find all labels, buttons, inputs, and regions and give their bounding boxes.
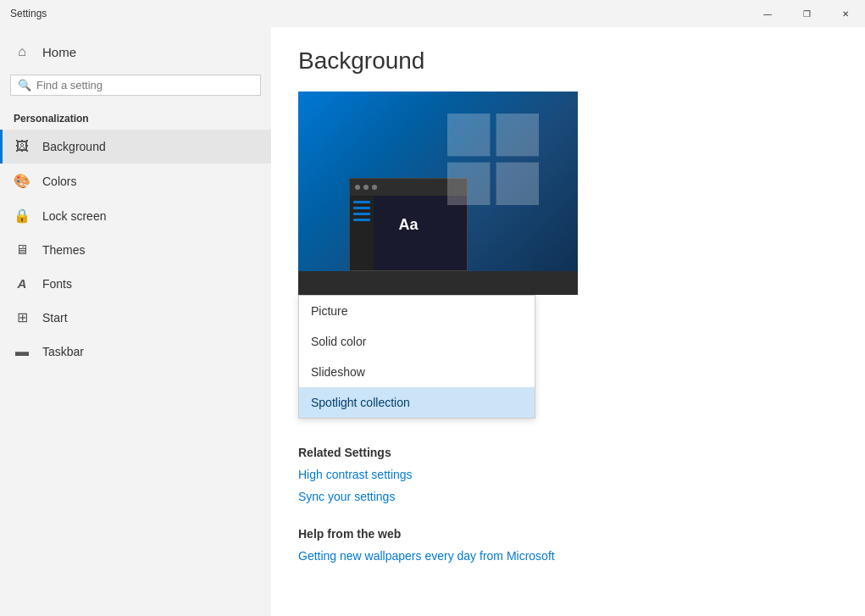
sidebar-item-colors[interactable]: 🎨 Colors xyxy=(0,164,271,198)
close-button[interactable]: ✕ xyxy=(826,0,865,27)
sidebar-item-label: Start xyxy=(42,311,68,325)
lock-screen-icon: 🔒 xyxy=(14,208,30,224)
search-icon: 🔍 xyxy=(18,79,31,92)
window-controls: — ❐ ✕ xyxy=(748,0,865,27)
preview-line xyxy=(353,201,370,203)
sidebar-item-label: Themes xyxy=(42,243,86,257)
sidebar: ⌂ Home 🔍 Personalization 🖼 Background 🎨 … xyxy=(0,27,271,616)
new-wallpapers-link[interactable]: Getting new wallpapers every day from Mi… xyxy=(298,549,838,563)
app-body: ⌂ Home 🔍 Personalization 🖼 Background 🎨 … xyxy=(0,27,865,616)
colors-icon: 🎨 xyxy=(14,173,30,189)
sidebar-item-background[interactable]: 🖼 Background xyxy=(0,130,271,164)
related-settings-title: Related Settings xyxy=(298,446,838,459)
background-type-dropdown: Picture Solid color Slideshow Spotlight … xyxy=(298,295,535,419)
preview-line xyxy=(353,219,370,221)
sidebar-item-lock-screen[interactable]: 🔒 Lock screen xyxy=(0,198,271,233)
dropdown-item-picture[interactable]: Picture xyxy=(299,296,535,326)
sidebar-item-label: Taskbar xyxy=(42,345,84,358)
home-label: Home xyxy=(42,45,76,59)
svg-rect-1 xyxy=(496,114,539,156)
content-area: Background Aa xyxy=(271,27,865,616)
help-title: Help from the web xyxy=(298,527,838,541)
preview-aa-text: Aa xyxy=(398,216,418,234)
sidebar-section-label: Personalization xyxy=(0,106,271,130)
fonts-icon: A xyxy=(14,276,30,291)
preview-sidebar xyxy=(350,196,374,270)
dropdown-item-solid-color[interactable]: Solid color xyxy=(299,326,535,357)
page-title: Background xyxy=(298,47,838,75)
preview-taskbar xyxy=(298,271,578,295)
themes-icon: 🖥 xyxy=(14,242,30,258)
preview-line xyxy=(353,207,370,209)
background-icon: 🖼 xyxy=(14,139,30,154)
search-box: 🔍 xyxy=(10,75,261,96)
sidebar-item-taskbar[interactable]: ▬ Taskbar xyxy=(0,335,271,369)
start-icon: ⊞ xyxy=(14,309,30,325)
svg-rect-0 xyxy=(447,114,490,156)
dropdown-item-spotlight[interactable]: Spotlight collection xyxy=(299,387,535,418)
sidebar-item-label: Background xyxy=(42,140,106,153)
taskbar-icon: ▬ xyxy=(14,344,30,359)
svg-rect-2 xyxy=(447,163,490,205)
high-contrast-link[interactable]: High contrast settings xyxy=(298,468,838,481)
search-input[interactable] xyxy=(36,79,253,92)
sidebar-item-home[interactable]: ⌂ Home xyxy=(0,34,271,69)
dropdown-menu: Picture Solid color Slideshow Spotlight … xyxy=(298,295,535,419)
app-title: Settings xyxy=(10,8,47,19)
sidebar-item-label: Fonts xyxy=(42,277,72,291)
minimize-button[interactable]: — xyxy=(748,0,787,27)
preview-line xyxy=(353,213,370,215)
sidebar-item-themes[interactable]: 🖥 Themes xyxy=(0,233,271,267)
title-bar: Settings — ❐ ✕ xyxy=(0,0,865,27)
dropdown-item-slideshow[interactable]: Slideshow xyxy=(299,357,535,387)
background-preview: Aa xyxy=(298,92,578,295)
sidebar-item-label: Colors xyxy=(42,175,76,188)
home-icon: ⌂ xyxy=(14,44,30,59)
sidebar-item-fonts[interactable]: A Fonts xyxy=(0,267,271,300)
preview-logo xyxy=(442,108,544,210)
svg-rect-3 xyxy=(496,163,539,205)
restore-button[interactable]: ❐ xyxy=(787,0,826,27)
sidebar-item-start[interactable]: ⊞ Start xyxy=(0,300,271,335)
sync-settings-link[interactable]: Sync your settings xyxy=(298,490,838,503)
sidebar-item-label: Lock screen xyxy=(42,209,106,223)
